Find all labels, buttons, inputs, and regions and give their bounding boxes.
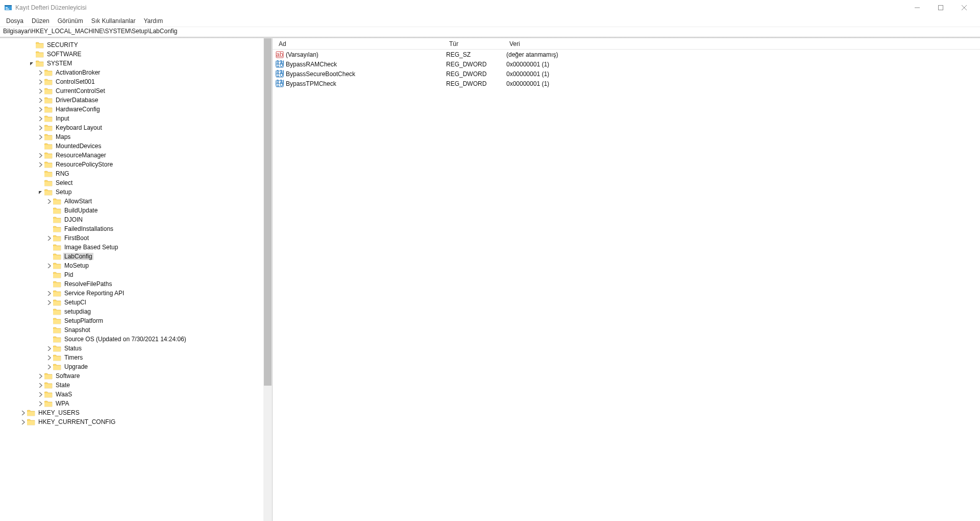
menu-edit[interactable]: Düzen bbox=[28, 16, 54, 26]
chevron-right-icon[interactable] bbox=[37, 115, 43, 122]
chevron-right-icon[interactable] bbox=[20, 419, 26, 425]
tree-node[interactable]: Image Based Setup bbox=[0, 243, 272, 252]
chevron-right-icon[interactable] bbox=[37, 161, 43, 168]
chevron-right-icon[interactable] bbox=[37, 152, 43, 158]
chevron-right-icon[interactable] bbox=[37, 382, 43, 388]
reg-dword-icon: 0111100100 bbox=[276, 70, 284, 78]
tree-node[interactable]: Software bbox=[0, 371, 272, 381]
tree-node[interactable]: Select bbox=[0, 178, 272, 187]
tree-node[interactable]: SECURITY bbox=[0, 40, 272, 50]
chevron-right-icon[interactable] bbox=[37, 88, 43, 94]
tree-node[interactable]: Source OS (Updated on 7/30/2021 14:24:06… bbox=[0, 335, 272, 344]
chevron-right-icon[interactable] bbox=[46, 345, 52, 351]
chevron-right-icon[interactable] bbox=[46, 198, 52, 204]
tree-node-label: State bbox=[55, 382, 71, 389]
chevron-right-icon[interactable] bbox=[37, 134, 43, 140]
tree-node[interactable]: SOFTWARE bbox=[0, 50, 272, 59]
tree-node[interactable]: SetupCl bbox=[0, 298, 272, 307]
svg-rect-2 bbox=[6, 7, 8, 8]
minimize-button[interactable] bbox=[905, 0, 929, 15]
tree-node[interactable]: BuildUpdate bbox=[0, 206, 272, 215]
tree-node[interactable]: HKEY_CURRENT_CONFIG bbox=[0, 417, 272, 427]
tree-node[interactable]: HKEY_USERS bbox=[0, 408, 272, 417]
tree-node[interactable]: WaaS bbox=[0, 390, 272, 399]
chevron-right-icon[interactable] bbox=[37, 125, 43, 131]
tree-node[interactable]: Snapshot bbox=[0, 325, 272, 335]
tree-node[interactable]: Setup bbox=[0, 187, 272, 197]
tree-node-label: Software bbox=[55, 372, 81, 380]
col-header-name[interactable]: Ad bbox=[276, 39, 446, 49]
tree-node[interactable]: ResourcePolicyStore bbox=[0, 160, 272, 169]
tree-node[interactable]: ActivationBroker bbox=[0, 68, 272, 77]
tree-node[interactable]: MoSetup bbox=[0, 261, 272, 270]
address-bar[interactable]: Bilgisayar\HKEY_LOCAL_MACHINE\SYSTEM\Set… bbox=[0, 27, 980, 37]
value-row[interactable]: 0111100100BypassRAMCheckREG_DWORD0x00000… bbox=[273, 59, 980, 69]
tree-node-label: Select bbox=[55, 179, 74, 186]
col-header-type[interactable]: Tür bbox=[446, 39, 506, 49]
tree-node-label: ResolveFilePaths bbox=[63, 280, 113, 288]
chevron-right-icon[interactable] bbox=[46, 299, 52, 305]
folder-icon bbox=[53, 364, 61, 370]
chevron-down-icon[interactable] bbox=[29, 60, 35, 66]
chevron-right-icon[interactable] bbox=[37, 97, 43, 103]
chevron-right-icon[interactable] bbox=[37, 69, 43, 76]
menu-help[interactable]: Yardım bbox=[139, 16, 167, 26]
chevron-right-icon[interactable] bbox=[37, 373, 43, 379]
chevron-right-icon[interactable] bbox=[37, 106, 43, 112]
tree-node[interactable]: Maps bbox=[0, 132, 272, 141]
maximize-button[interactable] bbox=[929, 0, 952, 15]
tree-node-label: WaaS bbox=[55, 391, 73, 398]
tree-node[interactable]: Input bbox=[0, 114, 272, 123]
chevron-right-icon[interactable] bbox=[37, 400, 43, 407]
tree-node[interactable]: State bbox=[0, 381, 272, 390]
folder-icon bbox=[53, 272, 61, 278]
scrollbar-thumb[interactable] bbox=[264, 38, 272, 386]
tree-node[interactable]: WPA bbox=[0, 399, 272, 408]
close-button[interactable] bbox=[952, 0, 976, 15]
chevron-right-icon[interactable] bbox=[46, 364, 52, 370]
tree-node[interactable]: DJOIN bbox=[0, 215, 272, 224]
col-header-data[interactable]: Veri bbox=[506, 39, 980, 49]
tree-node[interactable]: HardwareConfig bbox=[0, 105, 272, 114]
tree-node[interactable]: Keyboard Layout bbox=[0, 123, 272, 132]
registry-tree[interactable]: SECURITYSOFTWARESYSTEMActivationBrokerCo… bbox=[0, 38, 272, 521]
tree-node[interactable]: MountedDevices bbox=[0, 141, 272, 151]
chevron-right-icon[interactable] bbox=[37, 391, 43, 397]
tree-node[interactable]: Status bbox=[0, 344, 272, 353]
tree-node[interactable]: Service Reporting API bbox=[0, 289, 272, 298]
menu-view[interactable]: Görünüm bbox=[54, 16, 87, 26]
tree-node[interactable]: CurrentControlSet bbox=[0, 86, 272, 96]
tree-node[interactable]: ResolveFilePaths bbox=[0, 279, 272, 289]
chevron-down-icon[interactable] bbox=[37, 189, 43, 195]
tree-node-label: AllowStart bbox=[63, 198, 93, 205]
tree-node[interactable]: FirstBoot bbox=[0, 233, 272, 243]
tree-node[interactable]: RNG bbox=[0, 169, 272, 178]
value-row[interactable]: ab(Varsayılan)REG_SZ(değer atanmamış) bbox=[273, 50, 980, 59]
tree-node[interactable]: SetupPlatform bbox=[0, 316, 272, 325]
chevron-right-icon[interactable] bbox=[46, 263, 52, 269]
tree-node[interactable]: AllowStart bbox=[0, 197, 272, 206]
chevron-right-icon[interactable] bbox=[46, 235, 52, 241]
tree-node[interactable]: LabConfig bbox=[0, 252, 272, 261]
tree-node[interactable]: Upgrade bbox=[0, 362, 272, 371]
value-data: 0x00000001 (1) bbox=[506, 61, 980, 68]
tree-scrollbar[interactable] bbox=[263, 38, 272, 521]
chevron-right-icon[interactable] bbox=[20, 410, 26, 416]
chevron-right-icon[interactable] bbox=[46, 354, 52, 361]
chevron-right-icon[interactable] bbox=[37, 79, 43, 85]
tree-node[interactable]: Timers bbox=[0, 353, 272, 362]
value-row[interactable]: 0111100100BypassTPMCheckREG_DWORD0x00000… bbox=[273, 79, 980, 88]
menu-file[interactable]: Dosya bbox=[2, 16, 28, 26]
tree-node[interactable]: Pid bbox=[0, 270, 272, 279]
menu-favorites[interactable]: Sık Kullanılanlar bbox=[87, 16, 140, 26]
tree-node[interactable]: ResourceManager bbox=[0, 151, 272, 160]
tree-node-label: SECURITY bbox=[46, 41, 79, 49]
tree-node[interactable]: FailedInstallations bbox=[0, 224, 272, 233]
chevron-right-icon[interactable] bbox=[46, 290, 52, 296]
tree-node[interactable]: setupdiag bbox=[0, 307, 272, 316]
value-row[interactable]: 0111100100BypassSecureBootCheckREG_DWORD… bbox=[273, 69, 980, 79]
tree-node[interactable]: DriverDatabase bbox=[0, 96, 272, 105]
folder-icon bbox=[27, 419, 35, 425]
tree-node[interactable]: SYSTEM bbox=[0, 59, 272, 68]
tree-node[interactable]: ControlSet001 bbox=[0, 77, 272, 86]
